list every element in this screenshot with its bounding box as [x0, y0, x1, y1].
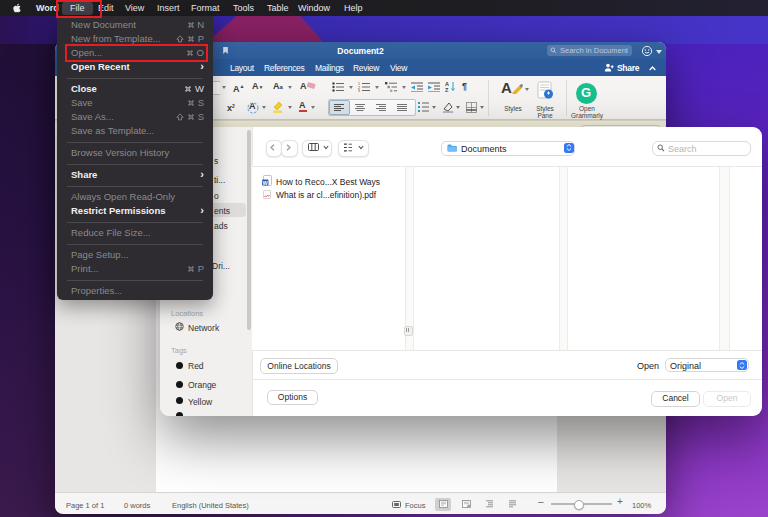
svg-text:3: 3: [358, 89, 360, 92]
svg-text:Z: Z: [445, 87, 449, 92]
svg-text:W: W: [263, 180, 269, 186]
